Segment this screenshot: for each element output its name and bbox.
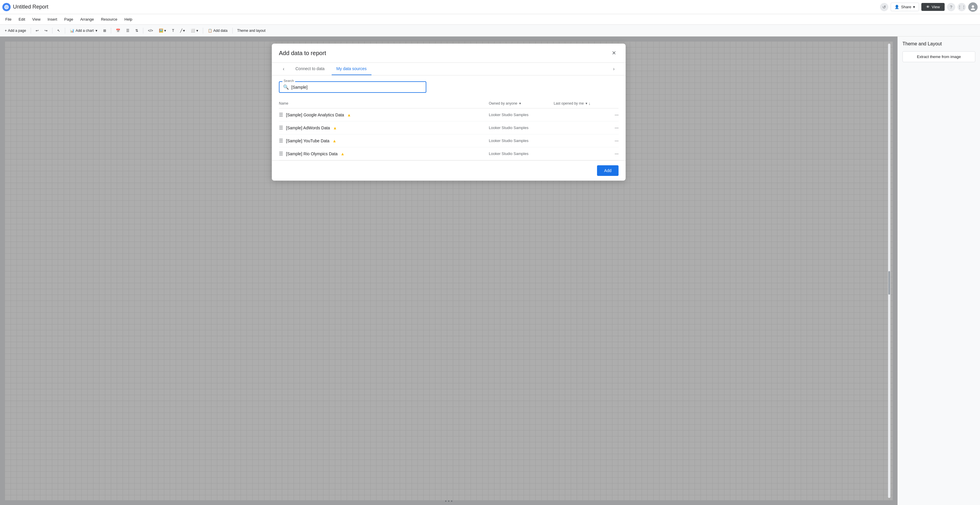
row-name-1: ☰ [Sample] Google Analytics Data ▲ xyxy=(279,112,489,118)
modal-tabs: ‹ Connect to data My data sources › xyxy=(272,63,625,75)
chart-dropdown-icon: ▾ xyxy=(95,29,97,33)
theme-layout-button[interactable]: Theme and layout xyxy=(235,27,268,34)
add-data-icon: 📋 xyxy=(208,29,212,33)
menu-view[interactable]: View xyxy=(29,16,43,23)
toolbar-divider-5 xyxy=(143,28,143,33)
shape-button[interactable]: ⬜ ▾ xyxy=(188,27,200,34)
row-last-2: — xyxy=(554,125,619,130)
share-button[interactable]: 👤 Share ▾ xyxy=(891,3,919,11)
row-name-3: ☰ [Sample] YouTube Data ▲ xyxy=(279,138,489,143)
data-source-icon: ☰ xyxy=(279,151,283,156)
chart-icon: 📊 xyxy=(70,29,74,33)
menu-bar: File Edit View Insert Page Arrange Resou… xyxy=(0,14,980,25)
line-button[interactable]: ╱ ▾ xyxy=(178,27,187,34)
modal-footer: Add xyxy=(272,160,625,181)
table-row[interactable]: ☰ [Sample] Rio Olympics Data ▲ Looker St… xyxy=(279,147,619,160)
modal-header: Add data to report ✕ xyxy=(272,44,625,63)
row-owned-1: Looker Studio Samples xyxy=(489,113,554,117)
share-icon: 👤 xyxy=(894,5,899,9)
col-name-header: Name xyxy=(279,102,489,105)
drive-icon: ▲ xyxy=(347,113,351,117)
embed-button[interactable]: </> xyxy=(146,27,155,34)
menu-file[interactable]: File xyxy=(2,16,14,23)
menu-edit[interactable]: Edit xyxy=(16,16,28,23)
add-page-icon: + xyxy=(5,29,7,33)
view-button[interactable]: 👁 View xyxy=(921,3,945,11)
share-dropdown-icon: ▾ xyxy=(913,5,915,9)
extract-theme-button[interactable]: Extract theme from image xyxy=(902,51,975,62)
last-opened-filter-icon: ▾ xyxy=(585,102,587,105)
scrollbar-thumb xyxy=(888,271,890,295)
toolbar-divider-4 xyxy=(111,28,111,33)
menu-help[interactable]: Help xyxy=(121,16,135,23)
svg-point-2 xyxy=(6,6,7,8)
top-bar: Untitled Report ↺ 👤 Share ▾ 👁 View ? ⋮⋮ xyxy=(0,0,980,14)
data-table: Name Owned by anyone ▾ Last opened by me… xyxy=(272,99,625,160)
tab-my-data-sources[interactable]: My data sources xyxy=(332,63,371,75)
date-range-button[interactable]: 📅 xyxy=(113,27,123,34)
community-vis-button[interactable]: ⊞ xyxy=(101,27,108,34)
text-button[interactable]: T xyxy=(170,27,176,34)
row-owned-4: Looker Studio Samples xyxy=(489,151,554,156)
tab-prev-arrow[interactable]: ‹ xyxy=(279,64,288,74)
row-name-2: ☰ [Sample] AdWords Data ▲ xyxy=(279,125,489,130)
eye-icon: 👁 xyxy=(926,5,930,9)
add-button[interactable]: Add xyxy=(597,165,619,176)
toolbar-divider-2 xyxy=(52,28,52,33)
image-button[interactable]: 🖼️ ▾ xyxy=(157,27,169,34)
menu-page[interactable]: Page xyxy=(61,16,76,23)
add-page-button[interactable]: + Add a page xyxy=(2,27,28,34)
menu-arrange[interactable]: Arrange xyxy=(77,16,97,23)
table-row[interactable]: ☰ [Sample] Google Analytics Data ▲ Looke… xyxy=(279,108,619,121)
row-last-4: — xyxy=(554,151,619,156)
search-icon: 🔍 xyxy=(283,84,289,90)
select-tool-button[interactable]: ↖ xyxy=(55,27,62,34)
canvas-area: • • • Add data to report ✕ ‹ Connect to … xyxy=(0,37,897,505)
sort-direction-icon: ↓ xyxy=(589,101,590,106)
app-title: Untitled Report xyxy=(13,4,48,10)
drive-icon: ▲ xyxy=(332,138,336,143)
panel-title: Theme and Layout xyxy=(902,41,975,46)
data-source-icon: ☰ xyxy=(279,112,283,118)
row-last-3: — xyxy=(554,138,619,143)
row-owned-3: Looker Studio Samples xyxy=(489,138,554,143)
apps-button[interactable]: ⋮⋮ xyxy=(958,3,966,11)
modal-scrollbar[interactable] xyxy=(888,44,890,498)
app-logo xyxy=(2,3,11,11)
owned-filter-icon: ▾ xyxy=(519,102,521,105)
row-owned-2: Looker Studio Samples xyxy=(489,125,554,130)
add-data-button[interactable]: 📋 Add data xyxy=(205,27,230,34)
modal-title: Add data to report xyxy=(279,50,326,57)
search-input-wrap: 🔍 xyxy=(279,81,426,93)
redo-button[interactable]: ↪ xyxy=(42,27,50,34)
filter-button[interactable]: ☰ xyxy=(124,27,132,34)
menu-insert[interactable]: Insert xyxy=(45,16,60,23)
search-input[interactable] xyxy=(291,85,422,90)
row-last-1: — xyxy=(554,113,619,117)
main-area: • • • Add data to report ✕ ‹ Connect to … xyxy=(0,37,980,505)
modal-close-button[interactable]: ✕ xyxy=(609,48,619,58)
svg-point-4 xyxy=(972,5,974,8)
drive-icon: ▲ xyxy=(340,151,345,156)
add-chart-button[interactable]: 📊 Add a chart ▾ xyxy=(67,27,99,34)
avatar[interactable] xyxy=(968,2,978,12)
table-row[interactable]: ☰ [Sample] YouTube Data ▲ Looker Studio … xyxy=(279,134,619,147)
table-header: Name Owned by anyone ▾ Last opened by me… xyxy=(279,99,619,108)
tab-next-arrow[interactable]: › xyxy=(609,64,619,74)
table-row[interactable]: ☰ [Sample] AdWords Data ▲ Looker Studio … xyxy=(279,121,619,134)
col-last-opened-header[interactable]: Last opened by me ▾ ↓ xyxy=(554,101,619,106)
col-owned-header[interactable]: Owned by anyone ▾ xyxy=(489,102,554,105)
top-bar-actions: ↺ 👤 Share ▾ 👁 View ? ⋮⋮ xyxy=(880,2,978,12)
refresh-button[interactable]: ↺ xyxy=(880,3,888,11)
data-source-icon: ☰ xyxy=(279,125,283,130)
drive-icon: ▲ xyxy=(333,125,337,130)
data-source-icon: ☰ xyxy=(279,138,283,143)
search-label: Search xyxy=(282,79,295,83)
undo-button[interactable]: ↩ xyxy=(33,27,41,34)
add-data-modal: Add data to report ✕ ‹ Connect to data M… xyxy=(272,44,625,181)
tab-connect-to-data[interactable]: Connect to data xyxy=(291,63,329,75)
right-panel: Theme and Layout Extract theme from imag… xyxy=(897,37,980,505)
data-control-button[interactable]: ⇅ xyxy=(133,27,141,34)
help-button[interactable]: ? xyxy=(947,3,955,11)
menu-resource[interactable]: Resource xyxy=(98,16,120,23)
